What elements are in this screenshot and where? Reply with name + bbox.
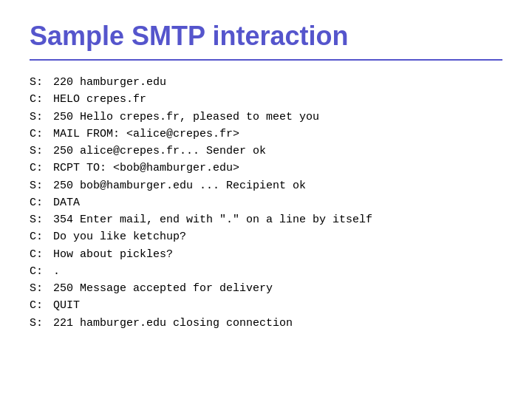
smtp-text: How about pickles? [53,246,502,263]
smtp-text: DATA [53,194,502,211]
smtp-line: S:250 Message accepted for delivery [30,280,502,297]
title-divider [30,59,502,61]
smtp-line: S:220 hamburger.edu [30,74,502,91]
smtp-line: S:250 Hello crepes.fr, pleased to meet y… [30,109,502,126]
smtp-prefix: C: [30,228,53,245]
smtp-text: RCPT TO: <bob@hamburger.edu> [53,160,502,177]
smtp-prefix: C: [30,126,53,143]
smtp-line: C:QUIT [30,297,502,314]
smtp-text: 354 Enter mail, end with "." on a line b… [53,211,502,228]
smtp-prefix: C: [30,91,53,108]
smtp-line: S:354 Enter mail, end with "." on a line… [30,211,502,228]
slide: Sample SMTP interaction S:220 hamburger.… [0,0,532,399]
smtp-prefix: S: [30,315,53,332]
smtp-prefix: C: [30,160,53,177]
smtp-prefix: C: [30,297,53,314]
smtp-text: Do you like ketchup? [53,228,502,245]
smtp-line: C:. [30,263,502,280]
smtp-line: C: How about pickles? [30,246,502,263]
smtp-prefix: C: [30,246,53,263]
smtp-text: 250 Hello crepes.fr, pleased to meet you [53,109,502,126]
smtp-content: S:220 hamburger.eduC:HELO crepes.frS:250… [30,74,502,332]
smtp-text: 221 hamburger.edu closing connection [53,315,502,332]
smtp-text: QUIT [53,297,502,314]
smtp-prefix: S: [30,109,53,126]
smtp-text: . [53,263,502,280]
smtp-prefix: S: [30,280,53,297]
smtp-prefix: S: [30,177,53,194]
smtp-text: 250 Message accepted for delivery [53,280,502,297]
smtp-text: 250 bob@hamburger.edu ... Recipient ok [53,177,502,194]
smtp-line: S:250 alice@crepes.fr... Sender ok [30,143,502,160]
smtp-prefix: C: [30,263,53,280]
slide-title: Sample SMTP interaction [30,21,502,52]
smtp-text: HELO crepes.fr [53,91,502,108]
smtp-line: C:HELO crepes.fr [30,91,502,108]
smtp-line: C:DATA [30,194,502,211]
smtp-text: 250 alice@crepes.fr... Sender ok [53,143,502,160]
smtp-line: C:RCPT TO: <bob@hamburger.edu> [30,160,502,177]
smtp-prefix: S: [30,74,53,91]
smtp-line: C:Do you like ketchup? [30,228,502,245]
smtp-text: MAIL FROM: <alice@crepes.fr> [53,126,502,143]
smtp-text: 220 hamburger.edu [53,74,502,91]
smtp-line: S:250 bob@hamburger.edu ... Recipient ok [30,177,502,194]
smtp-line: C:MAIL FROM: <alice@crepes.fr> [30,126,502,143]
smtp-prefix: S: [30,211,53,228]
smtp-prefix: C: [30,194,53,211]
smtp-prefix: S: [30,143,53,160]
smtp-line: S:221 hamburger.edu closing connection [30,315,502,332]
